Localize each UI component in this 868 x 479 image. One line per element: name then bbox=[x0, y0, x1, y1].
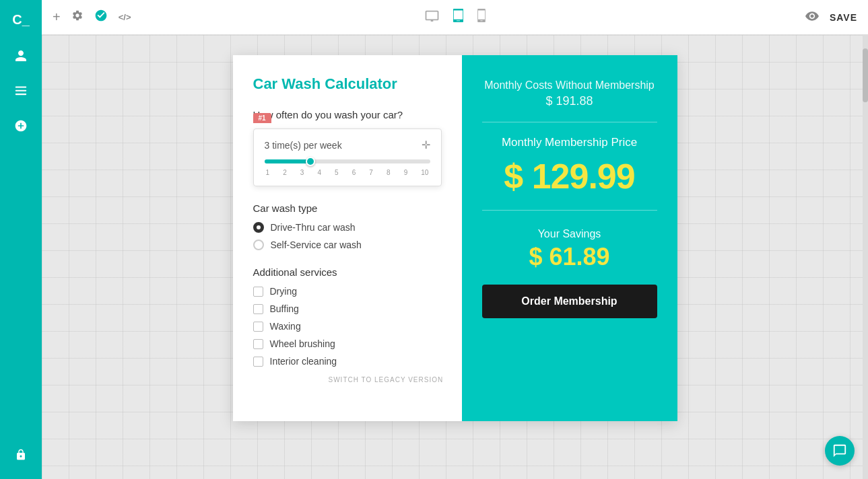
slider-section: #1 3 time(s) per week ✛ 1 2 bbox=[253, 128, 442, 186]
membership-price-value: $ 129.99 bbox=[504, 156, 634, 196]
lock-icon bbox=[15, 448, 27, 462]
slider-fill bbox=[265, 159, 311, 163]
checkbox-group: Drying Buffing Waxing Wheel brushin bbox=[253, 286, 442, 367]
slider-ticks: 1 2 3 4 5 6 7 8 9 10 bbox=[265, 169, 430, 176]
toolbar-wrapper: + </> bbox=[53, 9, 857, 26]
add-button[interactable]: + bbox=[53, 9, 61, 25]
additional-services: Additional services Drying Buffing Wa bbox=[253, 266, 442, 367]
widget-container: Car Wash Calculator How often do you was… bbox=[233, 55, 677, 421]
radio-circle-drive-thru bbox=[253, 222, 264, 233]
checkbox-box-wheel-brushing bbox=[253, 339, 263, 349]
sidebar-logo[interactable]: C_ bbox=[12, 7, 30, 38]
radio-label-drive-thru: Drive-Thru car wash bbox=[271, 222, 356, 233]
checkbox-box-waxing bbox=[253, 322, 263, 332]
slider-badge: #1 bbox=[253, 113, 271, 123]
slider-thumb[interactable] bbox=[306, 157, 315, 166]
list-icon bbox=[14, 85, 28, 97]
sidebar-item-user[interactable] bbox=[0, 38, 42, 73]
calculator-left: Car Wash Calculator How often do you was… bbox=[233, 55, 462, 421]
radio-label-self-service: Self-Service car wash bbox=[271, 239, 362, 250]
chat-icon bbox=[832, 443, 847, 458]
scrollbar[interactable] bbox=[863, 35, 868, 479]
frequency-label: How often do you wash your car? bbox=[253, 109, 442, 120]
savings-value: $ 61.89 bbox=[529, 243, 609, 271]
membership-price-label: Monthly Membership Price bbox=[502, 136, 637, 149]
save-button[interactable]: SAVE bbox=[830, 12, 857, 23]
sidebar-item-lock[interactable] bbox=[15, 437, 27, 472]
slider-track[interactable] bbox=[265, 159, 430, 163]
preview-icon[interactable] bbox=[805, 10, 819, 24]
checkbox-box-buffing bbox=[253, 304, 263, 314]
checkbox-box-drying bbox=[253, 287, 263, 297]
additional-services-label: Additional services bbox=[253, 266, 442, 278]
toolbar-right: SAVE bbox=[805, 10, 857, 24]
checkbox-interior-cleaning[interactable]: Interior cleaning bbox=[253, 356, 442, 367]
radio-circle-self-service bbox=[253, 239, 264, 250]
checkbox-waxing[interactable]: Waxing bbox=[253, 321, 442, 332]
code-icon[interactable]: </> bbox=[119, 12, 131, 22]
mobile-icon[interactable] bbox=[477, 9, 486, 26]
checkbox-drying[interactable]: Drying bbox=[253, 286, 442, 297]
sidebar: C_ bbox=[0, 0, 42, 479]
toolbar-center bbox=[424, 9, 486, 26]
savings-label: Your Savings bbox=[538, 228, 601, 240]
checkbox-label-wheel-brushing: Wheel brushing bbox=[270, 338, 335, 349]
slider-value-text: 3 time(s) per week bbox=[265, 140, 342, 151]
slider-value-row: 3 time(s) per week ✛ bbox=[265, 139, 430, 151]
check-icon[interactable] bbox=[94, 9, 108, 26]
checkbox-label-buffing: Buffing bbox=[270, 303, 299, 314]
carwash-type: Car wash type Drive-Thru car wash Self-S… bbox=[253, 202, 442, 250]
svg-rect-1 bbox=[15, 90, 26, 91]
settings-icon[interactable] bbox=[71, 9, 84, 25]
radio-drive-thru[interactable]: Drive-Thru car wash bbox=[253, 222, 442, 233]
order-membership-button[interactable]: Order Membership bbox=[482, 285, 657, 318]
svg-rect-0 bbox=[15, 86, 26, 87]
monthly-costs-label: Monthly Costs Without Membership bbox=[484, 79, 655, 91]
checkbox-label-drying: Drying bbox=[270, 286, 297, 297]
checkbox-box-interior-cleaning bbox=[253, 357, 263, 367]
chat-bubble[interactable] bbox=[825, 436, 855, 466]
move-icon[interactable]: ✛ bbox=[422, 139, 430, 151]
content-area: Car Wash Calculator How often do you was… bbox=[42, 35, 868, 479]
checkbox-buffing[interactable]: Buffing bbox=[253, 303, 442, 314]
checkbox-label-interior-cleaning: Interior cleaning bbox=[270, 356, 337, 367]
radio-group: Drive-Thru car wash Self-Service car was… bbox=[253, 222, 442, 250]
desktop-icon[interactable] bbox=[424, 9, 439, 25]
svg-rect-2 bbox=[15, 94, 26, 95]
calculator-right: Monthly Costs Without Membership $ 191.8… bbox=[462, 55, 677, 421]
radio-self-service[interactable]: Self-Service car wash bbox=[253, 239, 442, 250]
tablet-icon[interactable] bbox=[453, 9, 463, 26]
toolbar: + </> bbox=[42, 0, 868, 35]
divider-2 bbox=[482, 210, 657, 211]
calculator-title: Car Wash Calculator bbox=[253, 75, 442, 93]
add-circle-icon bbox=[14, 119, 28, 133]
carwash-type-label: Car wash type bbox=[253, 202, 442, 214]
monthly-costs-value: $ 191.88 bbox=[545, 94, 593, 108]
sidebar-bottom bbox=[15, 437, 27, 472]
checkbox-label-waxing: Waxing bbox=[270, 321, 301, 332]
legacy-text[interactable]: SWITCH TO LEGACY VERSION bbox=[329, 376, 517, 383]
slider-popup: #1 3 time(s) per week ✛ 1 2 bbox=[253, 128, 442, 186]
scrollbar-thumb[interactable] bbox=[863, 48, 868, 102]
divider-1 bbox=[482, 122, 657, 122]
sidebar-item-list[interactable] bbox=[0, 73, 42, 108]
sidebar-item-add[interactable] bbox=[0, 108, 42, 143]
user-icon bbox=[14, 49, 28, 63]
checkbox-wheel-brushing[interactable]: Wheel brushing bbox=[253, 338, 442, 349]
main-area: + </> bbox=[42, 0, 868, 479]
